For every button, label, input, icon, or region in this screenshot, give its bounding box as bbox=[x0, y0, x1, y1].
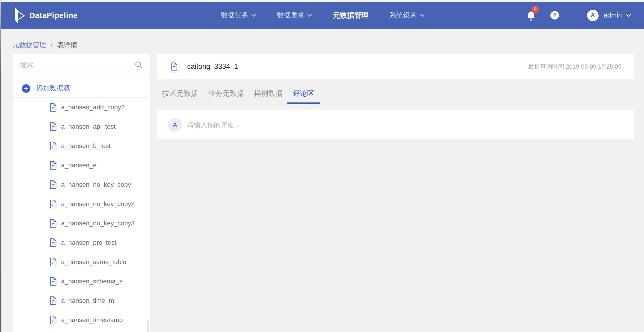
nav-item-label: 元数据管理 bbox=[333, 10, 368, 20]
table-name: a_nansen_no_key_copy bbox=[61, 181, 131, 188]
tab-label: 样例数据 bbox=[254, 89, 282, 98]
document-icon bbox=[50, 103, 57, 112]
chevron-down-icon bbox=[252, 14, 256, 17]
document-icon bbox=[50, 238, 57, 247]
nav-item-system-settings[interactable]: 系统设置 bbox=[389, 10, 424, 20]
breadcrumb-current: 表详情 bbox=[57, 41, 77, 48]
document-icon bbox=[50, 277, 57, 286]
document-icon bbox=[50, 258, 57, 266]
document-icon bbox=[50, 180, 57, 189]
table-list-item[interactable]: a_nansen_timestamp bbox=[13, 310, 150, 330]
table-list-item[interactable]: a_nansen_no_key_copy3 bbox=[13, 214, 150, 233]
tab-sample-data[interactable]: 样例数据 bbox=[254, 83, 282, 104]
table-list-item[interactable]: a_nansen_schema_s bbox=[13, 272, 150, 291]
table-name: a_nansen_time_m bbox=[61, 297, 114, 304]
sidebar-search-row bbox=[20, 58, 143, 72]
plus-icon bbox=[22, 84, 30, 93]
search-input[interactable] bbox=[20, 61, 134, 69]
table-name: a_nansen_add_copy2 bbox=[61, 104, 125, 111]
brand-logo-area[interactable]: DataPipeline bbox=[13, 7, 78, 24]
tab-label: 评论区 bbox=[293, 89, 314, 98]
table-list-item[interactable]: a_nansen_b_test bbox=[13, 136, 150, 156]
notification-badge: 4 bbox=[532, 6, 539, 13]
brand-name: DataPipeline bbox=[29, 11, 78, 20]
document-icon bbox=[50, 142, 57, 150]
tab-label: 业务元数据 bbox=[208, 89, 244, 98]
add-datasource-button[interactable]: 添加数据源 bbox=[13, 79, 150, 97]
table-name: a_nansen_pro_test bbox=[61, 239, 116, 246]
table-list-item[interactable]: a_nansen_api_test bbox=[13, 117, 150, 136]
question-mark-icon: ? bbox=[553, 12, 556, 19]
tab-business-metadata[interactable]: 业务元数据 bbox=[208, 83, 244, 104]
notifications-button[interactable]: 4 bbox=[526, 10, 536, 21]
comment-input[interactable] bbox=[187, 121, 623, 129]
breadcrumb-separator: / bbox=[51, 41, 52, 48]
breadcrumb-link-metadata[interactable]: 元数据管理 bbox=[13, 41, 46, 48]
table-list-item[interactable]: a_nansen_time_m bbox=[13, 291, 150, 310]
search-icon[interactable] bbox=[134, 61, 143, 69]
nav-item-label: 数据任务 bbox=[221, 10, 248, 20]
comment-avatar: A bbox=[168, 118, 182, 132]
table-name: a_nansen_b_test bbox=[61, 142, 111, 150]
user-menu[interactable]: A admin bbox=[587, 10, 632, 21]
table-icon-badge bbox=[168, 60, 181, 73]
table-name: a_nansen_schema_s bbox=[61, 278, 122, 285]
table-list-item[interactable]: a_nansen_no_key_copy bbox=[13, 175, 150, 194]
detail-tabs: 技术元数据 业务元数据 样例数据 评论区 bbox=[157, 83, 634, 104]
page: { "navbar": { "brand": "DataPipeline", "… bbox=[0, 0, 644, 332]
document-icon bbox=[50, 296, 57, 305]
chevron-down-icon bbox=[420, 14, 424, 17]
document-icon bbox=[50, 219, 57, 228]
tab-label: 技术元数据 bbox=[162, 89, 198, 98]
nav-item-label: 数据质量 bbox=[277, 10, 304, 20]
add-datasource-label: 添加数据源 bbox=[36, 84, 70, 93]
user-name: admin bbox=[604, 11, 622, 19]
top-navbar: DataPipeline 数据任务 数据质量 元数据管理 系统设置 bbox=[2, 2, 644, 29]
table-name: a_nansen_api_test bbox=[61, 123, 116, 130]
nav-item-data-tasks[interactable]: 数据任务 bbox=[221, 10, 256, 20]
tab-comments[interactable]: 评论区 bbox=[293, 83, 314, 104]
table-name: a_nansen_no_key_copy3 bbox=[61, 220, 134, 227]
table-name: a_nansen_e bbox=[61, 162, 96, 169]
navbar-right-cluster: 4 ? A admin bbox=[526, 2, 632, 29]
nav-item-data-quality[interactable]: 数据质量 bbox=[277, 10, 312, 20]
table-title: caitong_3334_1 bbox=[187, 62, 238, 71]
main-content: caitong_3334_1 最近查询时间 2019-05-09 17:25:0… bbox=[157, 54, 634, 139]
main-nav: 数据任务 数据质量 元数据管理 系统设置 bbox=[221, 10, 424, 20]
document-icon bbox=[50, 122, 57, 131]
table-list-item[interactable]: a_nansen_same_table bbox=[13, 252, 150, 272]
avatar-initial: A bbox=[591, 12, 595, 19]
table-list-item[interactable]: a_nansen_pro_test bbox=[13, 233, 150, 252]
table-list-item[interactable]: a_nansen_no_key_copy2 bbox=[13, 194, 150, 214]
comment-card: A bbox=[157, 110, 634, 139]
last-query-time: 最近查询时间 2019-05-09 17:25:05 bbox=[528, 63, 622, 71]
table-header-card: caitong_3334_1 最近查询时间 2019-05-09 17:25:0… bbox=[157, 54, 634, 79]
document-icon bbox=[50, 161, 57, 170]
table-list: a_nansen_add_copy2 a_nansen_api_test a_n… bbox=[13, 98, 150, 330]
breadcrumb: 元数据管理 / 表详情 bbox=[13, 40, 77, 50]
avatar-initial: A bbox=[173, 121, 177, 129]
table-name: a_nansen_timestamp bbox=[61, 316, 123, 324]
document-icon bbox=[171, 62, 178, 71]
document-icon bbox=[50, 200, 57, 208]
sidebar-scrollbar[interactable] bbox=[148, 321, 149, 332]
window-top-edge bbox=[0, 0, 644, 2]
chevron-down-icon bbox=[308, 14, 312, 17]
table-name: a_nansen_same_table bbox=[61, 258, 126, 266]
document-icon bbox=[50, 316, 57, 325]
chevron-down-icon bbox=[626, 13, 632, 17]
datapipeline-logo-icon bbox=[13, 7, 26, 24]
help-button[interactable]: ? bbox=[550, 11, 559, 19]
window-left-edge bbox=[0, 0, 2, 332]
navbar-divider bbox=[573, 10, 573, 21]
nav-item-metadata[interactable]: 元数据管理 bbox=[333, 10, 368, 20]
table-name: a_nansen_no_key_copy2 bbox=[61, 200, 134, 208]
datasource-sidebar: 添加数据源 a_nansen_add_copy2 a_nansen_api_te… bbox=[13, 54, 150, 332]
avatar: A bbox=[587, 10, 598, 21]
nav-item-label: 系统设置 bbox=[389, 10, 417, 20]
table-list-item[interactable]: a_nansen_e bbox=[13, 156, 150, 175]
table-list-item[interactable]: a_nansen_add_copy2 bbox=[13, 98, 150, 117]
tab-technical-metadata[interactable]: 技术元数据 bbox=[162, 83, 198, 104]
